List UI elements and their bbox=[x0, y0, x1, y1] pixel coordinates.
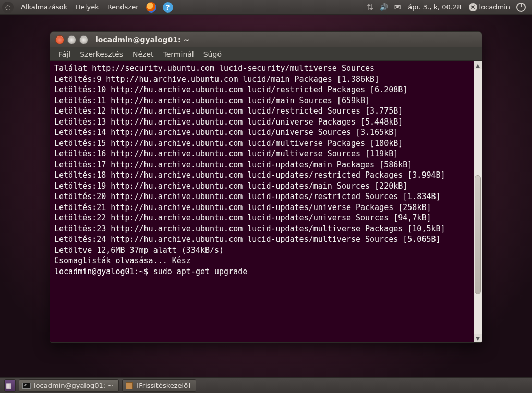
menu-system[interactable]: Rendszer bbox=[103, 0, 143, 15]
scroll-thumb[interactable] bbox=[475, 175, 481, 294]
window-close-button[interactable] bbox=[55, 35, 64, 44]
ubuntu-logo-icon[interactable]: ◌ bbox=[2, 2, 14, 13]
window-titlebar[interactable]: locadmin@gyalog01: ~ bbox=[50, 32, 482, 47]
menu-terminal[interactable]: Terminál bbox=[159, 48, 198, 60]
terminal-window: locadmin@gyalog01: ~ Fájl Szerkesztés Né… bbox=[50, 31, 482, 343]
taskbar-item-label: locadmin@gyalog01: ~ bbox=[34, 382, 113, 389]
menu-edit[interactable]: Szerkesztés bbox=[76, 48, 127, 60]
show-desktop-icon: ▦ bbox=[6, 382, 14, 390]
menu-applications[interactable]: Alkalmazások bbox=[17, 0, 71, 15]
user-menu[interactable]: ✕locadmin bbox=[469, 3, 510, 11]
power-icon[interactable] bbox=[516, 3, 526, 12]
menu-view[interactable]: Nézet bbox=[128, 48, 158, 60]
user-menu-label: locadmin bbox=[479, 3, 510, 11]
package-icon bbox=[126, 382, 133, 389]
messaging-indicator-icon[interactable] bbox=[394, 3, 401, 12]
top-panel: ◌ Alkalmazások Helyek Rendszer ? 🔊 ápr. … bbox=[0, 0, 532, 15]
scroll-down-icon[interactable]: ▼ bbox=[474, 334, 482, 342]
bottom-panel: ▦ locadmin@gyalog01: ~ [Frissítéskezelő] bbox=[0, 377, 532, 393]
window-minimize-button[interactable] bbox=[67, 35, 76, 44]
menu-places[interactable]: Helyek bbox=[71, 0, 103, 15]
menu-file[interactable]: Fájl bbox=[54, 48, 75, 60]
terminal-icon bbox=[22, 383, 31, 389]
clock[interactable]: ápr. 3., k, 00.28 bbox=[404, 0, 465, 15]
menu-help[interactable]: Súgó bbox=[199, 48, 226, 60]
shell-command: sudo apt-get upgrade bbox=[153, 267, 248, 276]
network-indicator-icon[interactable] bbox=[367, 3, 373, 12]
window-maximize-button[interactable] bbox=[79, 35, 88, 44]
firefox-launcher-icon[interactable] bbox=[146, 2, 156, 13]
terminal-scrollbar[interactable]: ▲ ▼ bbox=[474, 61, 482, 342]
scroll-up-icon[interactable]: ▲ bbox=[474, 61, 482, 69]
taskbar-item-label: [Frissítéskezelő] bbox=[136, 382, 190, 389]
help-launcher-icon[interactable]: ? bbox=[163, 2, 173, 13]
window-title: locadmin@gyalog01: ~ bbox=[95, 35, 189, 44]
shell-prompt: locadmin@gyalog01:~$ bbox=[54, 267, 153, 276]
terminal-menubar: Fájl Szerkesztés Nézet Terminál Súgó bbox=[50, 47, 482, 61]
show-desktop-button[interactable]: ▦ bbox=[4, 379, 16, 392]
volume-indicator-icon[interactable]: 🔊 bbox=[380, 3, 388, 11]
taskbar-item-terminal[interactable]: locadmin@gyalog01: ~ bbox=[19, 379, 119, 392]
scroll-track[interactable] bbox=[474, 69, 482, 334]
terminal-output[interactable]: Találat http://security.ubuntu.com lucid… bbox=[50, 61, 482, 342]
taskbar-item-update-manager[interactable]: [Frissítéskezelő] bbox=[122, 379, 196, 392]
